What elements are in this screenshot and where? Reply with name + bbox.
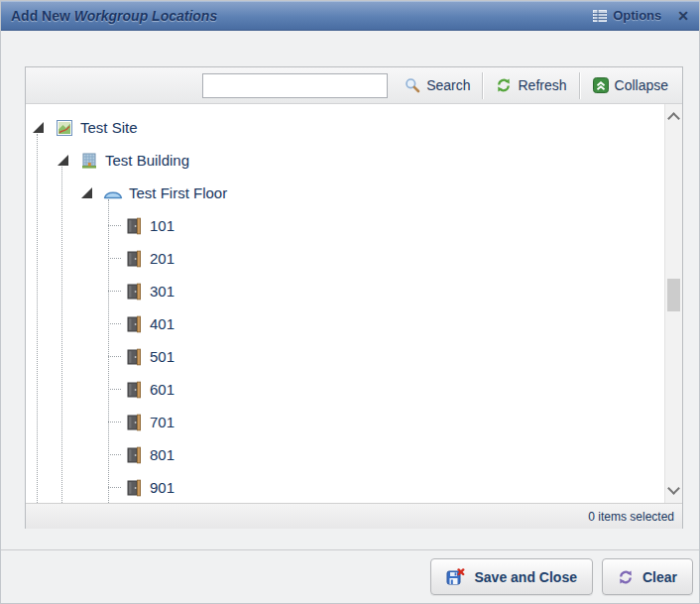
refresh-icon [496,77,512,93]
tree-node-test-site[interactable]: Test Site [26,111,665,144]
toolbar: Search Refresh [26,67,682,104]
dialog-title-prefix: Add New [11,8,74,24]
add-workgroup-locations-dialog: Add New Workgroup Locations Options [0,0,700,604]
tree-elbow [108,258,121,259]
tree-node-label: 101 [150,217,175,234]
save-and-close-label: Save and Close [474,569,577,585]
titlebar-actions: Options ✕ [593,8,689,23]
tree-node-601[interactable]: 601 [26,373,665,406]
search-icon [405,77,420,93]
tree-rows: Test SiteTest BuildingTest First Floor10… [26,111,665,503]
location-tree: Test SiteTest BuildingTest First Floor10… [26,104,682,503]
search-input[interactable] [202,73,388,98]
tree-node-label: 401 [150,315,175,332]
toolbar-separator [482,72,484,99]
table-icon [593,10,607,22]
collapse-button-label: Collapse [615,77,668,93]
tree-node-901[interactable]: 901 [26,471,665,503]
tree-elbow [108,389,121,390]
clear-icon [618,569,634,585]
door-icon [124,315,144,333]
tree-elbow [108,291,121,292]
tree-node-301[interactable]: 301 [26,275,665,307]
scrollbar-thumb[interactable] [667,279,680,311]
close-button[interactable]: ✕ [677,9,689,23]
tree-node-401[interactable]: 401 [26,307,665,340]
tree-elbow [108,356,121,357]
collapse-button[interactable]: Collapse [585,73,676,97]
tree-node-801[interactable]: 801 [26,438,665,471]
collapse-icon [593,77,609,93]
tree-node-label: 301 [150,283,175,300]
clear-button[interactable]: Clear [602,558,693,595]
clear-button-label: Clear [642,569,677,585]
search-button[interactable]: Search [397,73,478,97]
dialog-title: Add New Workgroup Locations [11,8,217,24]
tree-node-701[interactable]: 701 [26,406,665,438]
refresh-button[interactable]: Refresh [488,73,574,97]
tree-node-101[interactable]: 101 [26,209,665,242]
statusbar: 0 items selected [26,503,682,529]
tree-elbow [108,454,121,455]
dialog-title-emphasis: Workgroup Locations [74,8,217,24]
tree-elbow [108,225,121,226]
expander-icon[interactable] [81,187,92,198]
tree-elbow [108,323,121,324]
tree-node-label: 701 [150,414,175,430]
door-icon [124,217,144,235]
door-icon [124,348,144,366]
tree-node-label: 601 [150,381,175,398]
site-icon [55,119,74,137]
options-button-label: Options [613,8,661,23]
door-icon [124,381,144,399]
door-icon [124,250,144,268]
tree-node-test-first-floor[interactable]: Test First Floor [26,177,665,209]
tree-node-501[interactable]: 501 [26,340,665,373]
footer: Save and Close Clear [1,550,699,603]
tree-node-201[interactable]: 201 [26,242,665,275]
tree-node-label: Test First Floor [129,184,227,201]
scroll-down-icon[interactable] [667,482,680,495]
door-icon [124,446,144,464]
options-button[interactable]: Options [593,8,661,23]
selection-count-label: 0 items selected [588,510,674,524]
tree-node-label: 501 [150,348,175,365]
tree-node-label: Test Building [105,152,189,169]
save-icon [446,568,465,586]
search-button-label: Search [426,77,470,93]
tree-node-test-building[interactable]: Test Building [26,144,665,177]
scroll-up-icon[interactable] [667,112,680,125]
tree-node-label: Test Site [80,119,138,136]
tree-node-label: 201 [150,250,175,267]
vertical-scrollbar[interactable] [664,104,682,503]
locations-panel: Search Refresh [25,66,683,529]
toolbar-separator [579,72,581,99]
door-icon [124,414,144,431]
door-icon [124,479,144,497]
building-icon [79,152,99,170]
expander-icon[interactable] [58,155,68,166]
save-and-close-button[interactable]: Save and Close [430,558,593,595]
tree-node-label: 901 [150,479,175,496]
tree-elbow [108,487,121,488]
door-icon [124,283,144,301]
floor-icon [103,184,123,202]
tree-elbow [108,422,121,423]
titlebar: Add New Workgroup Locations Options [1,1,699,31]
tree-node-label: 801 [150,446,175,463]
refresh-button-label: Refresh [518,77,566,93]
expander-icon[interactable] [33,122,44,133]
